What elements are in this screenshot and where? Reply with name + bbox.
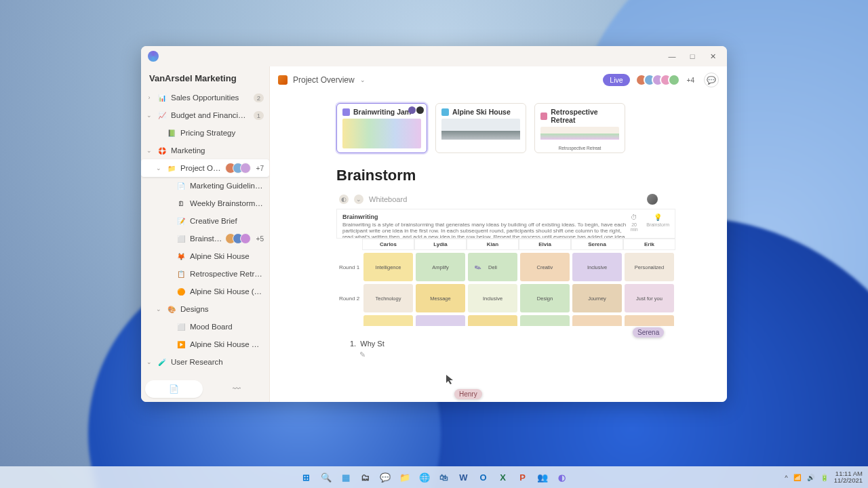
- list-placeholder[interactable]: ✎: [359, 350, 711, 359]
- explorer-icon[interactable]: 📁: [397, 469, 413, 485]
- taskview-icon[interactable]: 🗂: [357, 469, 374, 485]
- list-item[interactable]: 1. Why St: [350, 340, 711, 348]
- nav-item[interactable]: ⌄🛟Marketing: [141, 142, 269, 159]
- sidebar-footer: 📄 〰: [141, 376, 269, 402]
- maximize-button[interactable]: □: [682, 47, 703, 65]
- main-panel: Project Overview ⌄ Live +4 💬 Brainwritin…: [270, 66, 727, 402]
- linked-card[interactable]: Alpine Ski House: [435, 103, 526, 153]
- system-tray[interactable]: ^ 📶 🔊 🔋 11:11 AM11/2/2021: [785, 470, 863, 484]
- store-icon[interactable]: 🛍: [436, 469, 452, 485]
- remote-cursor-icon: [445, 374, 456, 385]
- teams-icon[interactable]: 👥: [534, 469, 551, 485]
- page-icon: [278, 75, 288, 85]
- minimize-button[interactable]: —: [662, 47, 682, 65]
- nav-item[interactable]: 🗓Weekly Brainstorm Meeting: [141, 195, 269, 212]
- brainwriting-board[interactable]: BrainwritingBrainwriting is a style of b…: [336, 209, 675, 326]
- main-header: Project Overview ⌄ Live +4 💬: [270, 66, 727, 94]
- presence-cursor-henry: Henry: [454, 389, 482, 399]
- nav-item[interactable]: 📋Retrospective Retreat: [141, 265, 269, 283]
- start-icon[interactable]: ⊞: [298, 469, 315, 485]
- whiteboard-row[interactable]: ◐ ⌄ Whiteboard: [339, 194, 658, 205]
- battery-icon[interactable]: 🔋: [821, 474, 829, 481]
- nav-item[interactable]: 📝Creative Brief: [141, 212, 269, 230]
- live-badge[interactable]: Live: [603, 74, 629, 86]
- section-heading: Brainstorm: [336, 167, 711, 184]
- presence-overflow[interactable]: +4: [687, 77, 694, 84]
- workspace-title: VanArsdel Marketing: [141, 66, 269, 89]
- nav-item[interactable]: ⌄🧪User Research: [141, 353, 269, 371]
- chat-icon[interactable]: 💬: [377, 469, 393, 485]
- search-icon[interactable]: 🔍: [318, 469, 334, 485]
- close-button[interactable]: ✕: [703, 47, 723, 65]
- titlebar[interactable]: — □ ✕: [141, 46, 727, 66]
- nav-item[interactable]: 📗Pricing Strategy: [141, 124, 269, 142]
- page-content[interactable]: Brainwriting JamAlpine Ski HouseRetrospe…: [270, 94, 727, 402]
- nav-item[interactable]: ⌄🎨Designs: [141, 300, 269, 318]
- loop-icon[interactable]: ◐: [554, 469, 570, 485]
- component-chevron-icon[interactable]: ⌄: [354, 195, 363, 204]
- whiteboard-label: Whiteboard: [369, 195, 407, 203]
- footer-tab-pages[interactable]: 📄: [145, 380, 203, 398]
- presence-facepile[interactable]: [639, 74, 680, 86]
- linked-cards-row: Brainwriting JamAlpine Ski HouseRetrospe…: [336, 103, 660, 153]
- loop-app-window: — □ ✕ VanArsdel Marketing ›📊Sales Opport…: [141, 46, 727, 402]
- nav-item[interactable]: ⌄📈Budget and Financial Projection1: [141, 106, 269, 124]
- nav-tree[interactable]: ›📊Sales Opportunities2⌄📈Budget and Finan…: [141, 89, 269, 376]
- nav-item[interactable]: ▶️Alpine Ski House Sizzle Re...: [141, 336, 269, 353]
- presence-cursor-serena: Serena: [633, 327, 664, 338]
- linked-card[interactable]: Brainwriting Jam: [336, 103, 427, 153]
- nav-item[interactable]: 🟠Alpine Ski House (ID: 487...: [141, 283, 269, 300]
- nav-item[interactable]: ›📊Sales Opportunities2: [141, 89, 269, 106]
- nav-item[interactable]: ⌄📁Project Overview+7: [141, 159, 269, 177]
- tray-chevron-icon[interactable]: ^: [785, 474, 787, 481]
- wifi-icon[interactable]: 📶: [793, 474, 802, 481]
- excel-icon[interactable]: X: [495, 469, 511, 485]
- word-icon[interactable]: W: [456, 469, 472, 485]
- edge-icon[interactable]: 🌐: [416, 469, 433, 485]
- nav-item[interactable]: ⬜Brainstorming+5: [141, 230, 269, 247]
- widgets-icon[interactable]: ▦: [338, 469, 354, 485]
- nav-item[interactable]: 📄Marketing Guidelines for V...: [141, 177, 269, 195]
- volume-icon[interactable]: 🔊: [807, 474, 815, 481]
- nav-item[interactable]: 🦊Alpine Ski House: [141, 247, 269, 265]
- whiteboard-avatar[interactable]: [647, 194, 658, 205]
- component-icon[interactable]: ◐: [339, 195, 349, 204]
- footer-tab-activity[interactable]: 〰: [208, 380, 266, 398]
- nav-item[interactable]: ⬜Mood Board: [141, 318, 269, 336]
- powerpoint-icon[interactable]: P: [515, 469, 531, 485]
- page-title[interactable]: Project Overview: [293, 75, 355, 85]
- chat-icon[interactable]: 💬: [704, 73, 719, 87]
- clock[interactable]: 11:11 AM11/2/2021: [834, 470, 863, 484]
- taskbar[interactable]: ⊞🔍▦🗂💬📁🌐🛍WOXP👥◐ ^ 📶 🔊 🔋 11:11 AM11/2/2021: [0, 466, 868, 488]
- outlook-icon[interactable]: O: [475, 469, 492, 485]
- sidebar: VanArsdel Marketing ›📊Sales Opportunitie…: [141, 66, 270, 402]
- chevron-down-icon[interactable]: ⌄: [360, 77, 366, 83]
- app-logo-icon: [148, 51, 159, 62]
- linked-card[interactable]: Retrospective RetreatRetrospective Retre…: [534, 103, 625, 153]
